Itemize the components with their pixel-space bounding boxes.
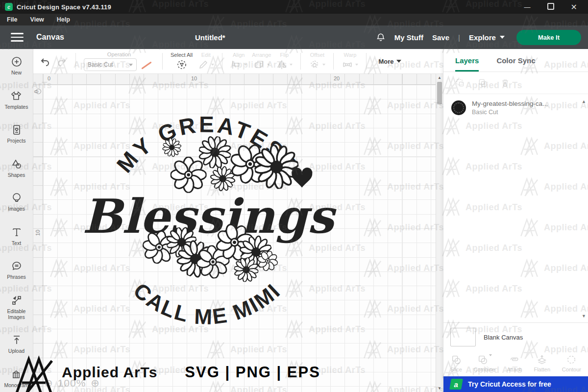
design-artwork[interactable]: MY GREATEST Blessings <box>43 85 436 392</box>
app-icon: c <box>5 3 13 11</box>
vertical-ruler: 0 10 <box>33 85 43 392</box>
notifications-bell-icon[interactable] <box>376 32 386 42</box>
maximize-button[interactable] <box>547 3 554 11</box>
app-header: Canvas Untitled* My Stuff Save | Explore… <box>0 25 588 49</box>
vector-nodes-icon <box>11 294 23 306</box>
chevron-down-icon <box>500 36 505 39</box>
balloon-icon <box>11 192 23 204</box>
layer-type: Basic Cut <box>472 109 548 116</box>
new-plus-icon <box>11 56 23 68</box>
sidebar-item-monogram[interactable]: Monogram <box>4 368 28 388</box>
edit-group[interactable]: Edit <box>197 52 214 71</box>
save-link[interactable]: Save <box>432 33 449 42</box>
svg-text:CALL ME MIMI: CALL ME MIMI <box>129 278 285 329</box>
arrange-group[interactable]: Arrange <box>252 52 271 71</box>
canvas-vertical-scrollbar[interactable]: ▲ ▼ <box>436 74 443 392</box>
more-button[interactable]: More <box>378 58 401 65</box>
sidebar-item-shapes[interactable]: Shapes <box>8 158 25 178</box>
layer-list: ▲ My-greatest-blessing-ca... Basic Cut ▼ <box>443 94 588 322</box>
sidebar-item-new[interactable]: New <box>11 56 23 75</box>
zoom-in-icon[interactable]: ⊕ <box>91 377 99 389</box>
sidebar-item-text[interactable]: Text <box>11 226 23 246</box>
contour-button[interactable]: Contour <box>562 354 581 372</box>
color-swatch[interactable] <box>139 59 154 71</box>
header-divider: | <box>458 33 460 42</box>
chevron-down-icon <box>355 64 358 66</box>
duplicate-icon[interactable] <box>478 78 488 88</box>
chevron-down-icon <box>396 60 401 63</box>
contour-icon <box>566 354 577 365</box>
blank-canvas-thumbnail <box>450 328 476 346</box>
warp-group[interactable]: Warp <box>342 52 358 71</box>
sidebar-item-templates[interactable]: Templates <box>5 90 28 110</box>
scrollbar-thumb[interactable] <box>437 82 442 104</box>
zoom-out-icon[interactable]: ⊖ <box>44 377 53 389</box>
trash-icon[interactable] <box>500 78 510 88</box>
speech-bubble-icon <box>11 260 23 272</box>
window-title: Cricut Design Space v7.43.119 <box>17 3 111 11</box>
chevron-down-icon <box>211 64 214 66</box>
minimize-button[interactable]: — <box>524 3 531 11</box>
ruler-corner <box>33 74 43 85</box>
panel-tabs: Layers Color Sync <box>443 49 588 72</box>
tab-layers[interactable]: Layers <box>455 49 479 72</box>
hamburger-menu-icon[interactable] <box>11 33 24 42</box>
attach-button[interactable]: Attach <box>507 354 522 372</box>
group-icon[interactable] <box>455 78 465 88</box>
combine-icon <box>477 354 488 365</box>
shapes-icon <box>11 158 23 170</box>
sidebar-item-projects[interactable]: Projects <box>7 124 26 144</box>
close-button[interactable]: ✕ <box>571 2 577 12</box>
monogram-icon <box>10 368 22 380</box>
window-titlebar: c Cricut Design Space v7.43.119 — ✕ <box>0 0 588 14</box>
menu-help[interactable]: Help <box>57 16 70 23</box>
left-sidebar: New Templates Projects Shapes Images Tex… <box>0 49 33 392</box>
design-group[interactable]: MY GREATEST Blessings <box>82 112 337 329</box>
align-icon <box>230 59 242 71</box>
list-scroll-down-icon[interactable]: ▼ <box>582 314 586 318</box>
combine-button[interactable]: Combine <box>474 354 495 372</box>
operation-select[interactable]: Basic Cut <box>84 58 137 71</box>
redo-icon[interactable] <box>56 55 68 67</box>
menu-view[interactable]: View <box>30 16 44 23</box>
canvas-label[interactable]: Canvas <box>36 33 64 42</box>
heart-icon <box>292 168 312 188</box>
sidebar-item-upload[interactable]: Upload <box>8 334 24 354</box>
menu-file[interactable]: File <box>7 16 18 23</box>
cricut-access-banner[interactable]: a Try Cricut Access for free <box>443 376 588 392</box>
scroll-up-icon[interactable]: ▲ <box>436 75 443 80</box>
canvas-grid[interactable]: MY GREATEST Blessings <box>43 85 436 392</box>
flip-icon <box>276 59 288 71</box>
scroll-down-icon[interactable]: ▼ <box>436 386 443 391</box>
canvas-work-area[interactable]: 0 10 20 0 10 <box>33 74 443 392</box>
layer-row[interactable]: My-greatest-blessing-ca... Basic Cut <box>443 94 588 122</box>
align-group[interactable]: Align <box>230 52 247 71</box>
slice-button[interactable]: Slice <box>450 354 462 372</box>
select-all-group[interactable]: Select All <box>171 52 193 71</box>
text-icon <box>11 226 23 238</box>
design-text-bottom: CALL ME MIMI <box>129 278 285 329</box>
list-scroll-up-icon[interactable]: ▲ <box>582 99 586 104</box>
layer-name: My-greatest-blessing-ca... <box>472 100 548 107</box>
my-stuff-link[interactable]: My Stuff <box>394 33 423 42</box>
explore-dropdown[interactable]: Explore <box>469 33 505 42</box>
chevron-down-icon <box>290 64 293 66</box>
document-title[interactable]: Untitled* <box>195 33 225 42</box>
sidebar-item-editable-images[interactable]: Editable Images <box>0 294 33 320</box>
chevron-down-icon <box>129 64 133 66</box>
flatten-button[interactable]: Flatten <box>534 354 550 372</box>
operation-group: Operation Basic Cut <box>84 51 154 71</box>
layer-thumbnail <box>451 100 466 115</box>
make-it-button[interactable]: Make It <box>516 30 581 45</box>
sidebar-item-images[interactable]: Images <box>8 192 24 212</box>
layers-panel: Layers Color Sync ▲ My-greatest-blessing… <box>443 49 588 392</box>
blank-canvas-row[interactable]: Blank Canvas <box>443 322 588 351</box>
sidebar-item-phrases[interactable]: Phrases <box>7 260 26 280</box>
blank-canvas-label: Blank Canvas <box>484 334 523 341</box>
chevron-down-icon <box>489 354 492 356</box>
flip-group[interactable]: Flip <box>276 52 293 71</box>
offset-group[interactable]: Offset <box>309 52 325 71</box>
slice-icon <box>451 354 462 365</box>
tab-color-sync[interactable]: Color Sync <box>496 49 535 72</box>
undo-icon[interactable] <box>39 55 51 67</box>
